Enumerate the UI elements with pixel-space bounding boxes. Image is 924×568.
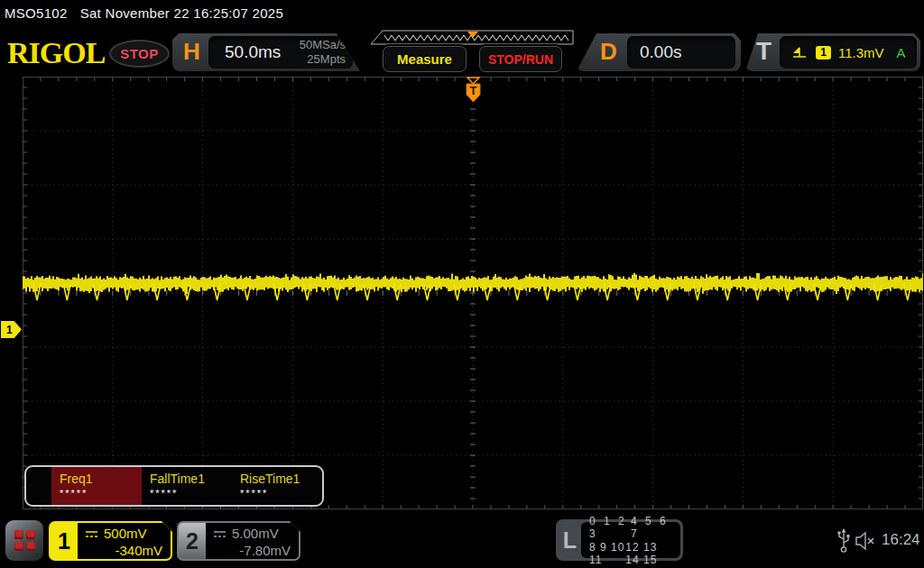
measurement-value: ***** xyxy=(240,488,322,499)
trigger-label: T xyxy=(756,37,772,66)
channel1-readout: 500mV -340mV xyxy=(78,523,171,559)
run-state-badge: STOP xyxy=(109,40,170,68)
oscilloscope-screen: MSO5102Sat November 22 16:25:07 2025 RIG… xyxy=(0,0,924,568)
waveform-overview-bar[interactable] xyxy=(370,30,574,46)
menu-grid-icon xyxy=(14,530,35,551)
dc-coupling-icon xyxy=(213,530,226,538)
clock-text: 16:24 xyxy=(882,531,920,549)
trigger-level-value: 11.3mV xyxy=(838,45,884,60)
trigger-readout: 1 11.3mV A xyxy=(780,36,917,69)
channel2-number: 2 xyxy=(179,523,206,559)
logic-row1-left: 0 1 2 3 xyxy=(589,515,631,540)
delay-value: 0.00s xyxy=(627,42,681,62)
measurement-risetime1[interactable]: RiseTime1 ***** xyxy=(232,467,322,505)
trigger-source-badge: 1 xyxy=(816,46,831,60)
falling-edge-trigger-icon xyxy=(790,45,808,60)
usb-icon xyxy=(836,528,851,554)
measurement-panel: Freq1 ***** FallTime1 ***** RiseTime1 **… xyxy=(24,465,324,507)
horizontal-label: H xyxy=(183,38,200,66)
trigger-position-marker[interactable]: T xyxy=(464,77,483,103)
measure-button[interactable]: Measure xyxy=(383,46,467,72)
channel2-readout: 5.00mV -7.80mV xyxy=(206,523,299,559)
measurement-value: ***** xyxy=(60,488,142,499)
logic-row2-right: 12 13 14 15 xyxy=(625,541,672,566)
quick-menu-button[interactable] xyxy=(5,520,43,561)
logic-row1-right: 4 5 6 7 xyxy=(631,515,672,540)
channel2-scale: 5.00mV xyxy=(232,526,279,543)
delay-label: D xyxy=(600,38,617,66)
waveform-display-area[interactable] xyxy=(23,77,923,509)
acquisition-readout: 50MSa/s 25Mpts xyxy=(300,38,353,66)
delay-readout: 0.00s xyxy=(627,36,735,69)
horizontal-readout: 50.0ms 50MSa/s 25Mpts xyxy=(208,36,353,69)
measurement-falltime1[interactable]: FallTime1 ***** xyxy=(142,467,232,505)
channel2-offset: -7.80mV xyxy=(213,543,291,560)
channel1-marker-number: 1 xyxy=(6,324,13,336)
datetime-text: Sat November 22 16:25:07 2025 xyxy=(80,5,284,21)
channel1-number: 1 xyxy=(51,523,78,559)
stop-run-button[interactable]: STOP/RUN xyxy=(479,46,562,72)
measurement-label: RiseTime1 xyxy=(240,472,322,486)
horizontal-settings-block[interactable]: H 50.0ms 50MSa/s 25Mpts xyxy=(172,33,379,71)
logic-row2-left: 8 9 10 11 xyxy=(589,541,625,566)
measurement-label: Freq1 xyxy=(60,472,142,486)
sample-rate-value: 50MSa/s xyxy=(300,38,346,52)
logic-channel-numbers: 0 1 2 3 4 5 6 7 8 9 10 11 12 13 14 15 xyxy=(581,522,680,558)
rigol-logo: RIGOL xyxy=(7,36,105,70)
channel2-status-block[interactable]: 2 5.00mV -7.80mV xyxy=(177,521,300,561)
trigger-marker-letter: T xyxy=(470,84,477,97)
model-name: MSO5102 xyxy=(5,5,68,21)
sound-muted-icon[interactable] xyxy=(855,531,878,551)
channel1-waveform xyxy=(23,273,923,294)
channel1-ground-marker[interactable]: 1 xyxy=(1,321,22,338)
title-bar: MSO5102Sat November 22 16:25:07 2025 xyxy=(5,5,283,21)
measurement-value: ***** xyxy=(150,488,232,499)
trigger-mode-indicator: A xyxy=(897,45,906,60)
channel1-status-block[interactable]: 1 500mV -340mV xyxy=(49,521,172,561)
channel1-offset: -340mV xyxy=(85,543,162,560)
channel1-scale: 500mV xyxy=(104,526,147,543)
timebase-value: 50.0ms xyxy=(208,42,300,62)
measurement-freq1[interactable]: Freq1 ***** xyxy=(51,467,142,505)
trigger-position-arrow-icon xyxy=(467,78,479,84)
measurement-label: FallTime1 xyxy=(150,472,232,486)
memory-depth-value: 25Mpts xyxy=(300,52,346,67)
dc-coupling-icon xyxy=(85,530,98,538)
logic-channels-block[interactable]: L 0 1 2 3 4 5 6 7 8 9 10 11 12 13 14 15 xyxy=(556,519,683,561)
delay-settings-block[interactable]: D 0.00s xyxy=(577,33,741,71)
logic-label: L xyxy=(559,522,581,558)
trigger-settings-block[interactable]: T 1 11.3mV A xyxy=(745,33,920,71)
